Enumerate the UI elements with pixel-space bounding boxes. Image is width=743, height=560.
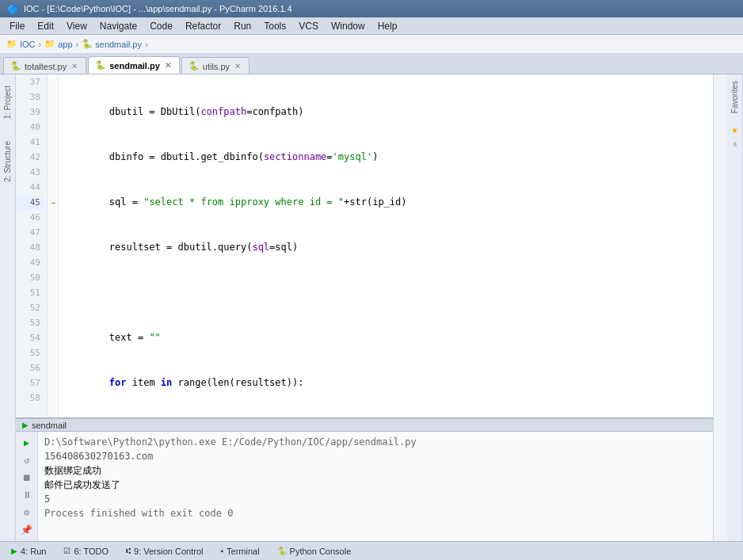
- sidebar-structure[interactable]: 2: Structure: [3, 138, 12, 185]
- tab-label-2: sendmail.py: [109, 61, 160, 70]
- run-status-icon: ▶: [11, 547, 17, 555]
- run-panel: ▶ sendmail ▶ ↺ ⏹ ⏸ ⚙ 📌 ⤢ D:\Software\Pyt…: [16, 417, 713, 560]
- menu-refactor[interactable]: Refactor: [179, 19, 227, 33]
- star-icon[interactable]: ★: [731, 123, 737, 135]
- gutter-54: [48, 330, 58, 345]
- gutter-37: [48, 74, 58, 90]
- main-area: 1: Project 2: Structure 37 38 39 40 41 4…: [0, 74, 743, 560]
- folder-icon: 📁: [6, 39, 17, 49]
- todo-status-icon: ☑: [63, 547, 70, 555]
- python-console-status-icon: 🐍: [277, 547, 287, 555]
- gutter-38: [48, 90, 58, 105]
- favorites-sidebar: Favorites ★ »: [727, 74, 743, 560]
- breadcrumb-sep-2: ›: [76, 40, 79, 49]
- title-bar: 🔷 IOC - [E:\Code\Python\IOC] - ...\app\s…: [0, 0, 743, 17]
- code-line-42: text = "": [63, 330, 713, 345]
- status-python-console-label: Python Console: [290, 547, 352, 556]
- menu-vcs[interactable]: VCS: [292, 19, 325, 33]
- run-title: sendmail: [32, 421, 67, 430]
- gutter-48: [48, 240, 58, 255]
- gutter-53: [48, 315, 58, 330]
- line-num-40: 40: [16, 120, 44, 135]
- gutter-51: [48, 285, 58, 300]
- code-line-43: for item in range(len(resultset)):: [63, 375, 713, 390]
- file-icon: 🐍: [82, 39, 93, 49]
- output-line-3: 数据绑定成功: [44, 463, 707, 478]
- menu-bar: File Edit View Navigate Code Refactor Ru…: [0, 17, 743, 35]
- status-vcs-label: 9: Version Control: [134, 547, 203, 556]
- code-content[interactable]: dbutil = DbUtil(confpath=confpath) dbinf…: [59, 74, 713, 417]
- menu-code[interactable]: Code: [143, 19, 179, 33]
- line-num-43: 43: [16, 165, 44, 180]
- line-num-57: 57: [16, 375, 44, 390]
- breadcrumb: 📁 IOC › 📁 app › 🐍 sendmail.py ›: [0, 35, 743, 54]
- code-line-38: dbinfo = dbutil.get_dbinfo(sectionname='…: [63, 150, 713, 165]
- expand-icon[interactable]: »: [730, 142, 740, 147]
- line-num-38: 38: [16, 90, 44, 105]
- execution-arrow: →: [50, 198, 55, 207]
- tab-totaltest[interactable]: 🐍 totaltest.py ✕: [3, 57, 86, 74]
- gutter-39: [48, 105, 58, 120]
- menu-tools[interactable]: Tools: [257, 19, 292, 33]
- gutter-57: [48, 375, 58, 390]
- center-panel: 37 38 39 40 41 42 43 44 45 46 47 48 49 5…: [16, 74, 713, 560]
- status-todo-tab[interactable]: ☑ 6: TODO: [55, 545, 116, 558]
- code-line-37: dbutil = DbUtil(confpath=confpath): [63, 105, 713, 120]
- right-sidebar: [713, 74, 727, 560]
- output-line-7: Process finished with exit code 0: [44, 506, 707, 520]
- run-rerun-button[interactable]: ↺: [19, 452, 35, 468]
- breadcrumb-app[interactable]: app: [58, 40, 72, 49]
- line-num-47: 47: [16, 225, 44, 240]
- tab-close-3[interactable]: ✕: [234, 62, 241, 70]
- tab-close-2[interactable]: ✕: [165, 61, 171, 70]
- run-pin-button[interactable]: 📌: [19, 522, 35, 538]
- line-num-39: 39: [16, 105, 44, 120]
- output-line-1: D:\Software\Python2\python.exe E:/Code/P…: [44, 435, 707, 449]
- tab-icon-3: 🐍: [189, 61, 200, 71]
- status-run-label: 4: Run: [21, 547, 46, 556]
- line-num-54: 54: [16, 330, 44, 345]
- run-play-button[interactable]: ▶: [19, 435, 35, 451]
- gutter-52: [48, 300, 58, 315]
- line-num-48: 48: [16, 240, 44, 255]
- menu-run[interactable]: Run: [227, 19, 257, 33]
- left-sidebar: 1: Project 2: Structure: [0, 74, 16, 560]
- gutter-55: [48, 345, 58, 360]
- line-num-58: 58: [16, 390, 44, 406]
- gutter-44: [48, 180, 58, 195]
- menu-window[interactable]: Window: [325, 19, 372, 33]
- menu-view[interactable]: View: [60, 19, 93, 33]
- breadcrumb-ioc[interactable]: IOC: [20, 40, 36, 49]
- line-num-53: 53: [16, 315, 44, 330]
- tab-label-3: utils.py: [203, 62, 230, 71]
- line-num-51: 51: [16, 285, 44, 300]
- breadcrumb-sep-1: ›: [39, 40, 42, 49]
- menu-help[interactable]: Help: [372, 19, 404, 33]
- output-line-5: 5: [44, 492, 707, 506]
- menu-edit[interactable]: Edit: [31, 19, 60, 33]
- gutter-42: [48, 150, 58, 165]
- sidebar-project[interactable]: 1: Project: [3, 82, 12, 122]
- menu-navigate[interactable]: Navigate: [93, 19, 143, 33]
- run-pause-button[interactable]: ⏸: [19, 487, 35, 503]
- code-editor[interactable]: 37 38 39 40 41 42 43 44 45 46 47 48 49 5…: [16, 74, 713, 417]
- tab-close-1[interactable]: ✕: [71, 62, 78, 70]
- line-numbers: 37 38 39 40 41 42 43 44 45 46 47 48 49 5…: [16, 74, 48, 417]
- status-vcs-tab[interactable]: ⑆ 9: Version Control: [118, 545, 211, 558]
- run-settings-button[interactable]: ⚙: [19, 505, 35, 520]
- tab-utils[interactable]: 🐍 utils.py ✕: [181, 57, 250, 74]
- breadcrumb-file[interactable]: sendmail.py: [95, 40, 142, 49]
- tab-bar: 🐍 totaltest.py ✕ 🐍 sendmail.py ✕ 🐍 utils…: [0, 54, 743, 74]
- tab-sendmail[interactable]: 🐍 sendmail.py ✕: [88, 56, 180, 74]
- status-python-console-tab[interactable]: 🐍 Python Console: [269, 545, 360, 558]
- gutter-50: [48, 270, 58, 285]
- tab-icon-1: 🐍: [10, 61, 21, 71]
- status-terminal-tab[interactable]: ▪ Terminal: [212, 545, 267, 558]
- status-run-tab[interactable]: ▶ 4: Run: [3, 545, 54, 558]
- run-header-icon: ▶: [22, 421, 29, 429]
- line-num-45: 45: [16, 195, 44, 210]
- run-stop-button[interactable]: ⏹: [19, 470, 35, 486]
- gutter: →: [48, 74, 59, 417]
- favorites-label[interactable]: Favorites: [730, 78, 739, 116]
- menu-file[interactable]: File: [3, 19, 31, 33]
